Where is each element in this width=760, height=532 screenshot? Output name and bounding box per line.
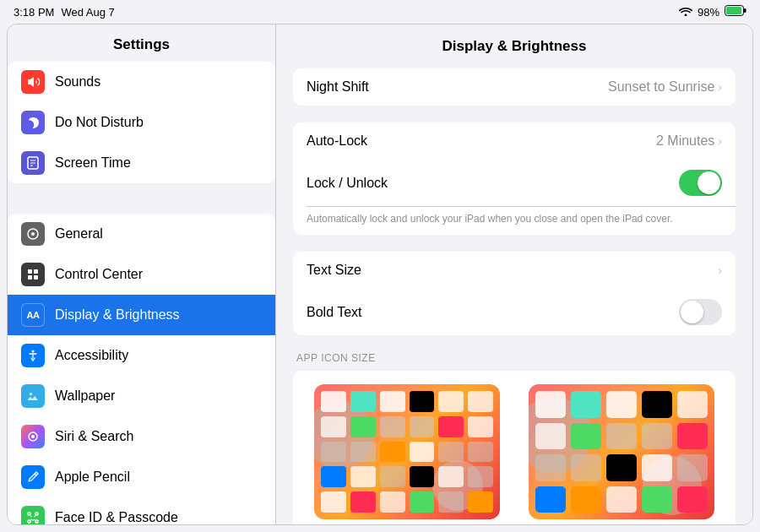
text-group: Text Size › Bold Text [293,252,736,335]
sidebar-item-sounds[interactable]: Sounds [8,62,275,102]
svg-rect-2 [744,8,746,13]
accessibility-icon [21,344,45,367]
lock-unlock-knob [698,171,720,194]
svg-rect-17 [28,513,30,515]
svg-point-14 [30,393,32,395]
apple-pencil-icon [21,465,45,489]
sidebar-item-control-center[interactable]: Control Center [8,254,275,295]
text-size-chevron: › [718,263,722,277]
general-label: General [55,226,103,242]
svg-point-21 [30,516,32,518]
screen-time-icon [21,151,45,175]
wifi-icon [679,6,692,19]
svg-point-13 [32,350,35,353]
auto-lock-chevron: › [718,134,722,148]
sidebar-section-1: Sounds Do Not Disturb [8,62,275,183]
status-bar-right: 98% [679,5,746,19]
general-icon [21,222,45,246]
night-shift-value: Sunset to Sunrise › [608,79,722,95]
sidebar-item-face-id-passcode[interactable]: Face ID & Passcode [8,497,275,524]
icon-options: More [307,384,722,524]
icon-option-bigger[interactable]: Bigger [521,384,722,524]
control-center-label: Control Center [55,267,143,282]
screen-time-label: Screen Time [55,155,131,171]
lock-unlock-toggle[interactable] [679,170,722,196]
auto-lock-label: Auto-Lock [307,133,367,149]
content-area: Display & Brightness Night Shift Sunset … [276,24,752,524]
control-center-icon [21,263,45,286]
svg-rect-1 [726,7,741,14]
svg-rect-19 [28,520,30,523]
sidebar-title: Settings [8,24,275,62]
more-preview [314,384,500,519]
sidebar-item-general[interactable]: General [8,214,275,254]
sounds-icon [21,70,45,94]
display-brightness-icon: AA [21,303,45,327]
svg-rect-12 [34,275,38,280]
sidebar-item-wallpaper[interactable]: Wallpaper [8,376,275,416]
text-size-label: Text Size [307,263,361,278]
battery-percentage: 98% [698,6,719,19]
svg-rect-11 [28,275,32,280]
svg-point-8 [31,232,35,236]
svg-rect-20 [35,520,38,523]
do-not-disturb-icon [21,111,45,134]
bigger-preview [529,384,714,519]
lock-unlock-helper: Automatically lock and unlock your iPad … [293,206,736,235]
display-brightness-label: Display & Brightness [55,307,180,323]
auto-lock-row[interactable]: Auto-Lock 2 Minutes › [293,122,736,160]
text-size-value: › [718,263,722,277]
svg-point-22 [34,516,35,518]
night-shift-label: Night Shift [307,79,369,95]
svg-rect-10 [34,269,38,274]
app-icon-size-container: More [293,371,736,524]
icon-option-more[interactable]: More [307,384,508,524]
bold-text-label: Bold Text [307,305,362,320]
wallpaper-label: Wallpaper [55,388,115,404]
status-bar-left: 3:18 PM Wed Aug 7 [14,6,115,19]
sidebar-item-accessibility[interactable]: Accessibility [8,335,275,376]
night-shift-chevron: › [718,80,722,94]
siri-label: Siri & Search [55,429,133,444]
auto-lock-value: 2 Minutes › [656,133,722,149]
face-id-label: Face ID & Passcode [55,510,178,524]
sidebar-item-apple-pencil[interactable]: Apple Pencil [8,457,275,497]
app-icon-size-header: APP ICON SIZE [293,352,736,371]
face-id-icon [21,506,45,524]
battery-icon [725,5,746,19]
wallpaper-icon [21,384,45,408]
svg-rect-18 [35,513,38,515]
sidebar-item-display-brightness[interactable]: AA Display & Brightness [8,295,275,335]
app-container: Settings Sounds [7,24,753,525]
do-not-disturb-label: Do Not Disturb [55,115,144,130]
sidebar-item-do-not-disturb[interactable]: Do Not Disturb [8,102,275,143]
time: 3:18 PM [14,6,54,19]
sidebar-section-2: General Control Center [8,214,275,524]
date: Wed Aug 7 [61,6,114,19]
siri-icon [21,425,45,448]
svg-point-16 [31,435,35,438]
sidebar-item-siri-search[interactable]: Siri & Search [8,416,275,457]
content-title: Display & Brightness [293,38,736,68]
status-bar: 3:18 PM Wed Aug 7 98% [0,0,760,24]
sidebar-item-screen-time[interactable]: Screen Time [8,143,275,183]
night-shift-row[interactable]: Night Shift Sunset to Sunrise › [293,68,736,106]
sounds-label: Sounds [55,74,100,90]
night-shift-group: Night Shift Sunset to Sunrise › [293,68,736,106]
bold-text-row: Bold Text [293,289,736,335]
text-size-row[interactable]: Text Size › [293,252,736,289]
bold-text-toggle[interactable] [679,299,722,325]
lock-group: Auto-Lock 2 Minutes › Lock / Unlock Auto… [293,122,736,235]
apple-pencil-label: Apple Pencil [55,470,130,485]
svg-rect-9 [28,269,32,274]
accessibility-label: Accessibility [55,348,128,363]
sidebar: Settings Sounds [8,24,276,524]
lock-unlock-label: Lock / Unlock [307,176,388,191]
bold-text-knob [681,301,703,323]
lock-unlock-row: Lock / Unlock [293,160,736,206]
